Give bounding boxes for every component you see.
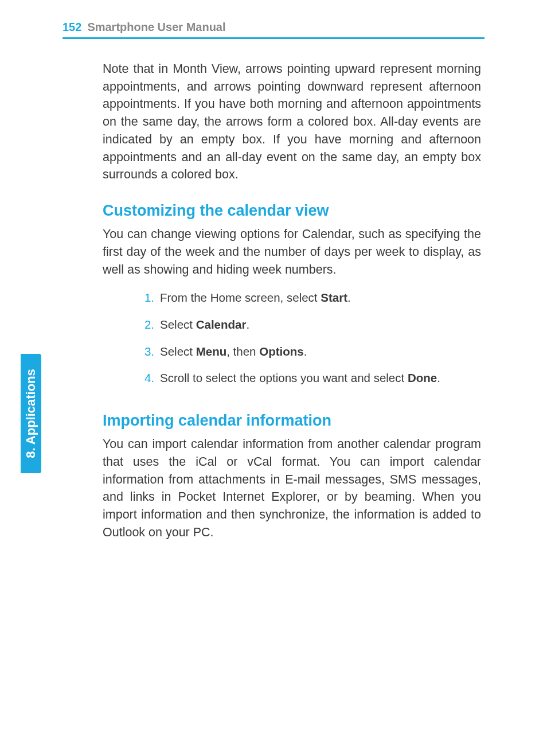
steps-list: 1. From the Home screen, select Start. 2… [103,290,481,387]
chapter-number: 8. [24,445,38,458]
list-item: 2. Select Calendar. [143,317,481,333]
chapter-tab: 8. Applications [21,354,41,473]
list-item: 4. Scroll to select the options you want… [143,370,481,387]
step-text: Scroll to select the options you want an… [160,370,440,387]
step-number: 2. [143,317,154,333]
step-number: 1. [143,290,154,306]
step-number: 4. [143,370,154,387]
list-item: 1. From the Home screen, select Start. [143,290,481,306]
list-item: 3. Select Menu, then Options. [143,344,481,360]
section1-paragraph: You can change viewing options for Calen… [103,225,481,278]
section-heading-customizing: Customizing the calendar view [103,202,481,220]
manual-title: Smartphone User Manual [87,21,225,34]
page-header: 152 Smartphone User Manual [62,21,485,39]
step-text: Select Menu, then Options. [160,344,307,360]
chapter-name: Applications [24,369,38,445]
section-heading-importing: Importing calendar information [103,412,481,430]
chapter-tab-label: 8. Applications [24,369,38,458]
intro-paragraph: Note that in Month View, arrows pointing… [103,60,481,184]
step-text: Select Calendar. [160,317,249,333]
page-content: Note that in Month View, arrows pointing… [103,60,481,560]
step-number: 3. [143,344,154,360]
section2-paragraph: You can import calendar information from… [103,435,481,541]
page-number: 152 [62,21,81,34]
step-text: From the Home screen, select Start. [160,290,351,306]
